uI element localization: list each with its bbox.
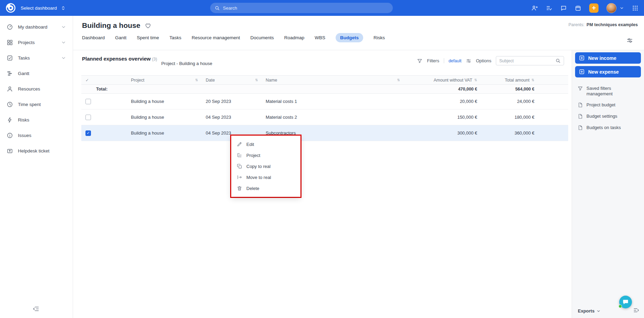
menu-item-edit[interactable]: Edit (231, 139, 300, 150)
settings-sliders-icon[interactable] (626, 37, 633, 44)
link-budgets-on-tasks[interactable]: Budgets on tasks (575, 123, 641, 133)
menu-item-move-to-real[interactable]: Move to real (231, 172, 300, 183)
dashboard-selector[interactable]: Select dashboard (21, 5, 66, 11)
link-project-budget[interactable]: Project budget (575, 100, 641, 110)
row-checkbox[interactable] (85, 99, 91, 104)
select-all-check-icon[interactable]: ✓ (85, 78, 89, 83)
column-header-amount-without-vat[interactable]: Amount without VAT (434, 78, 472, 83)
cell-total-amount: 360,000 € (483, 130, 539, 136)
menu-item-label: Project (246, 153, 260, 158)
unfold-icon (60, 5, 66, 11)
chat-feedback-icon[interactable] (560, 5, 567, 11)
panel-link-label: Project budget (586, 102, 615, 108)
sidebar-item-projects[interactable]: Projects (0, 35, 73, 50)
link-saved-filters-management[interactable]: Saved filters management (575, 83, 641, 99)
pencil-icon (237, 141, 242, 147)
tab-resource-management[interactable]: Resource management (192, 35, 240, 40)
sort-icon[interactable]: ⇅ (255, 78, 258, 82)
tab-documents[interactable]: Documents (250, 35, 274, 40)
column-header-date[interactable]: Date (206, 78, 215, 83)
options-button[interactable]: Options (476, 58, 491, 63)
link-budget-settings[interactable]: Budget settings (575, 111, 641, 121)
tab-gantt[interactable]: Gantt (115, 35, 126, 40)
sidebar-item-label: Gantt (18, 71, 29, 76)
tab-wbs[interactable]: WBS (315, 35, 325, 40)
page: Building a house Parents:PM techniques e… (73, 16, 644, 318)
sidebar-item-my-dashboard[interactable]: My dashboard (0, 19, 73, 35)
chevron-down-icon[interactable] (620, 6, 624, 10)
chat-bubble[interactable] (619, 296, 632, 308)
user-plus-icon[interactable] (531, 5, 538, 11)
panel-toggle-icon[interactable] (633, 307, 640, 314)
avatar[interactable] (606, 3, 616, 13)
row-checkbox-checked[interactable]: ✓ (85, 130, 91, 136)
chevron-down-icon[interactable] (61, 40, 66, 45)
table-row[interactable]: Building a house 20 Sep 2023 Material co… (81, 94, 568, 109)
app-body: My dashboard Projects Tasks Gantt Resour… (0, 16, 644, 318)
search-icon[interactable] (555, 58, 561, 63)
total-amount: 564,000 € (483, 87, 539, 92)
sidebar-item-time-spent[interactable]: Time spent (0, 97, 73, 112)
funnel-icon (417, 58, 422, 64)
sort-icon[interactable]: ⇅ (397, 78, 400, 82)
column-header-total-amount[interactable]: Total amount (505, 78, 530, 83)
funnel-icon (577, 86, 583, 91)
tab-budgets[interactable]: Budgets (336, 33, 363, 42)
tab-tasks[interactable]: Tasks (170, 35, 182, 40)
chevron-down-icon[interactable] (61, 55, 66, 61)
parents-link[interactable]: PM techniques examples (586, 22, 638, 27)
sidebar-collapse-icon[interactable] (32, 305, 40, 312)
favorite-heart-icon[interactable] (145, 22, 151, 29)
sidebar-item-resources[interactable]: Resources (0, 81, 73, 97)
quick-add-button[interactable]: + (589, 3, 599, 13)
sidebar-item-label: My dashboard (18, 24, 48, 30)
move-right-icon (237, 174, 242, 180)
sidebar-item-issues[interactable]: Issues (0, 128, 73, 143)
subject-search-input[interactable] (499, 59, 555, 63)
new-expense-button[interactable]: New expense (575, 66, 641, 77)
menu-item-delete[interactable]: Delete (231, 183, 300, 194)
apps-grid-icon[interactable] (632, 5, 638, 11)
cell-total-amount: 180,000 € (483, 115, 539, 120)
lightning-icon (7, 117, 13, 123)
tab-risks[interactable]: Risks (374, 35, 385, 40)
tab-dashboard[interactable]: Dashboard (82, 35, 105, 40)
global-search-input[interactable] (223, 6, 388, 11)
global-search[interactable] (210, 3, 393, 13)
menu-item-label: Move to real (246, 175, 271, 180)
sort-icon[interactable]: ⇅ (474, 78, 477, 82)
sidebar-item-helpdesk-ticket[interactable]: Helpdesk ticket (0, 143, 73, 159)
chevron-down-icon[interactable] (61, 24, 66, 30)
subject-search[interactable] (496, 56, 564, 65)
tab-spent-time[interactable]: Spent time (137, 35, 159, 40)
right-panel: New income New expense Saved filters man… (572, 50, 644, 318)
table-header-row: ✓ Project⇅ Date⇅ Name⇅ Amount without VA… (81, 75, 568, 85)
calendar-icon[interactable] (575, 5, 581, 11)
tab-roadmap[interactable]: Roadmap (284, 35, 305, 40)
dashboard-icon (7, 24, 13, 30)
sidebar-item-tasks[interactable]: Tasks (0, 50, 73, 66)
app-logo[interactable] (6, 3, 16, 13)
menu-item-copy-to-real[interactable]: Copy to real (231, 161, 300, 172)
sidebar-item-gantt[interactable]: Gantt (0, 66, 73, 81)
sidebar-item-risks[interactable]: Risks (0, 112, 73, 128)
filters-button[interactable]: Filters (427, 58, 439, 63)
column-header-project[interactable]: Project (131, 78, 144, 83)
column-header-name[interactable]: Name (266, 78, 277, 83)
document-icon (577, 114, 583, 119)
new-income-button[interactable]: New income (575, 52, 641, 64)
table-row-selected[interactable]: ✓ Building a house 04 Sep 2023 Subcontra… (81, 125, 568, 141)
table-row[interactable]: Building a house 04 Sep 2023 Material co… (81, 109, 568, 125)
filters-default-link[interactable]: default (449, 59, 462, 63)
tasks-icon (7, 55, 13, 61)
panel-link-label: Budget settings (586, 114, 617, 119)
cell-name: Material costs 1 (262, 99, 403, 104)
checklist-icon[interactable] (546, 5, 552, 11)
resources-icon (7, 86, 13, 92)
exports-button[interactable]: Exports (578, 308, 601, 314)
panel-link-label: Budgets on tasks (586, 125, 621, 130)
sort-icon[interactable]: ⇅ (195, 78, 198, 82)
menu-item-project[interactable]: Project (231, 150, 300, 161)
row-checkbox[interactable] (85, 115, 91, 120)
sort-icon[interactable]: ⇅ (532, 78, 534, 82)
